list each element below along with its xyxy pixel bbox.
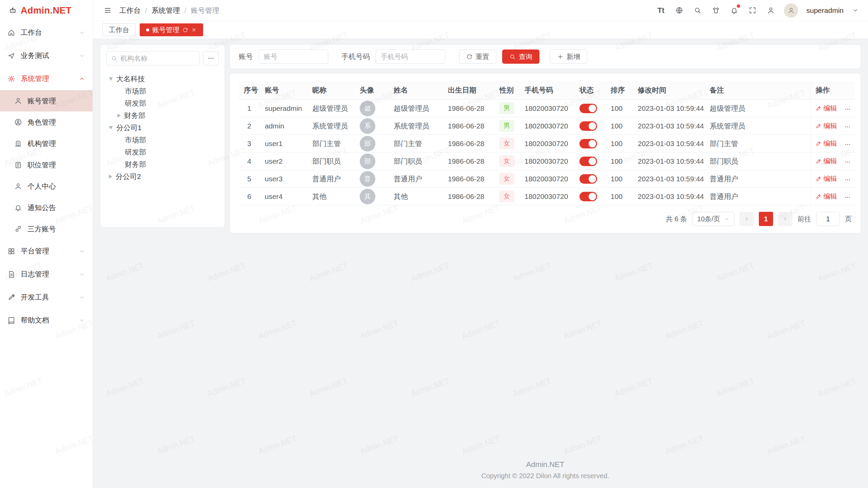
tree-node[interactable]: 市场部 <box>106 134 219 146</box>
breadcrumb-item[interactable]: 系统管理 <box>152 6 180 15</box>
sidebar-menu: 工作台 业务测试 系统管理 账号管理 角色管理 <box>0 21 93 488</box>
account-filter-input[interactable] <box>259 49 328 64</box>
breadcrumb-item[interactable]: 工作台 <box>119 6 141 15</box>
tree-node-label: 财务部 <box>125 160 146 169</box>
chevron-down-icon[interactable] <box>852 5 859 16</box>
cell-nickname: 系统管理员 <box>307 117 355 135</box>
chevron-down-icon <box>724 217 729 222</box>
tree-node[interactable]: 分公司2 <box>106 170 219 183</box>
active-tab-dot <box>146 28 149 32</box>
user-icon <box>14 97 22 105</box>
page-size-select[interactable]: 10条/页 <box>692 212 734 226</box>
tree-node[interactable]: 分公司1 <box>106 122 219 134</box>
table-row: 5 user3 普通用户 普 普通用户 1986-06-28 女 1802003… <box>239 170 855 188</box>
sidebar-item-org-management[interactable]: 机构管理 <box>0 133 93 154</box>
sidebar-item-personal-center[interactable]: 个人中心 <box>0 176 93 197</box>
tree-node[interactable]: 财务部 <box>106 158 219 170</box>
cell-index: 5 <box>239 170 260 188</box>
chevron-up-icon <box>79 76 85 82</box>
sidebar-item-label: 帮助文档 <box>21 316 49 325</box>
fullscreen-icon[interactable] <box>747 5 757 16</box>
refresh-icon[interactable] <box>182 27 188 33</box>
sidebar-item-position-management[interactable]: 职位管理 <box>0 154 93 176</box>
edit-button[interactable]: 编辑 <box>816 121 837 130</box>
sidebar-item-help-docs[interactable]: 帮助文档 <box>0 309 93 332</box>
more-actions-icon[interactable] <box>844 159 851 165</box>
more-actions-icon[interactable] <box>844 106 851 113</box>
tree-node-label: 市场部 <box>125 86 146 96</box>
cell-nickname: 部门主管 <box>307 135 355 152</box>
sidebar-item-log-management[interactable]: 日志管理 <box>0 263 93 286</box>
right-column: 账号 手机号码 重置 查询 新增 <box>230 45 861 488</box>
org-search-input[interactable] <box>120 55 195 62</box>
goto-page-input[interactable] <box>816 212 840 226</box>
add-button[interactable]: 新增 <box>550 49 587 64</box>
sidebar-item-platform-management[interactable]: 平台管理 <box>0 240 93 263</box>
status-toggle[interactable] <box>579 174 597 184</box>
prev-page-button[interactable] <box>739 212 754 226</box>
status-toggle[interactable] <box>579 139 597 148</box>
more-actions-icon[interactable] <box>844 141 851 148</box>
edit-button[interactable]: 编辑 <box>816 104 837 113</box>
page-number-button[interactable]: 1 <box>759 212 773 226</box>
search-button[interactable]: 查询 <box>502 49 539 64</box>
edit-button[interactable]: 编辑 <box>816 192 837 201</box>
avatar: 系 <box>360 118 375 134</box>
phone-filter-input[interactable] <box>376 49 445 64</box>
more-actions-icon[interactable] <box>844 124 851 130</box>
table-header-row: 序号 账号 昵称 头像 姓名 出生日期 性别 手机号码 状态 排序 修改时间 <box>239 81 855 100</box>
sidebar-item-label: 通知公告 <box>27 203 56 212</box>
tree-node[interactable]: 市场部 <box>106 85 219 97</box>
sidebar-item-label: 工作台 <box>21 28 42 37</box>
tree-more-button[interactable] <box>203 51 219 65</box>
reset-button[interactable]: 重置 <box>459 49 496 64</box>
breadcrumb-separator: / <box>145 6 147 15</box>
more-actions-icon[interactable] <box>844 194 851 201</box>
avatar[interactable] <box>784 3 798 18</box>
tab-account-management[interactable]: 账号管理 <box>140 23 203 36</box>
tree-node[interactable]: 研发部 <box>106 146 219 158</box>
sidebar-item-role-management[interactable]: 角色管理 <box>0 111 93 133</box>
edit-button[interactable]: 编辑 <box>816 139 837 148</box>
cell-birth-date: 1986-06-28 <box>443 170 494 188</box>
sidebar-item-third-party-account[interactable]: 三方账号 <box>0 218 93 240</box>
tree-node[interactable]: 研发部 <box>106 97 219 109</box>
account-filter-label: 账号 <box>239 52 253 61</box>
col-gender: 性别 <box>494 81 519 100</box>
close-icon[interactable] <box>191 27 197 33</box>
status-toggle[interactable] <box>579 157 597 166</box>
edit-button[interactable]: 编辑 <box>816 174 837 183</box>
edit-button[interactable]: 编辑 <box>816 157 837 166</box>
language-icon[interactable] <box>674 5 684 16</box>
table-row: 4 user2 部门职员 部 部门职员 1986-06-28 女 1802003… <box>239 152 855 170</box>
hamburger-menu-icon[interactable] <box>102 5 113 16</box>
cell-index: 1 <box>239 100 260 117</box>
status-toggle[interactable] <box>579 104 597 113</box>
chevron-down-icon <box>79 248 85 255</box>
notification-bell-icon[interactable] <box>729 5 739 16</box>
cell-birth-date: 1986-06-28 <box>443 188 494 205</box>
sidebar-item-dev-tools[interactable]: 开发工具 <box>0 286 93 309</box>
more-actions-icon[interactable] <box>844 177 851 183</box>
status-toggle[interactable] <box>579 121 597 131</box>
sidebar-item-notice[interactable]: 通知公告 <box>0 197 93 218</box>
username[interactable]: superadmin <box>806 6 844 15</box>
font-size-icon[interactable]: Tt <box>656 5 666 16</box>
tab-workbench[interactable]: 工作台 <box>102 23 136 36</box>
cell-modified-time: 2023-01-03 10:59:44 <box>633 100 705 117</box>
footer-title: Admin.NET <box>230 460 861 469</box>
profile-icon[interactable] <box>766 5 776 16</box>
tree-node-label: 研发部 <box>125 99 146 108</box>
sidebar-item-business-test[interactable]: 业务测试 <box>0 44 93 67</box>
tree-node[interactable]: 大名科技 <box>106 73 219 85</box>
sidebar-item-account-management[interactable]: 账号管理 <box>0 90 93 111</box>
sidebar-item-workbench[interactable]: 工作台 <box>0 21 93 44</box>
next-page-button[interactable] <box>778 212 792 226</box>
cell-remark: 普通用户 <box>705 170 810 188</box>
sidebar-item-system-management[interactable]: 系统管理 <box>0 67 93 90</box>
status-toggle[interactable] <box>579 192 597 201</box>
avatar: 超 <box>360 101 375 116</box>
search-icon[interactable] <box>692 5 703 16</box>
theme-icon[interactable] <box>711 5 721 16</box>
tree-node[interactable]: 财务部 <box>106 109 219 122</box>
